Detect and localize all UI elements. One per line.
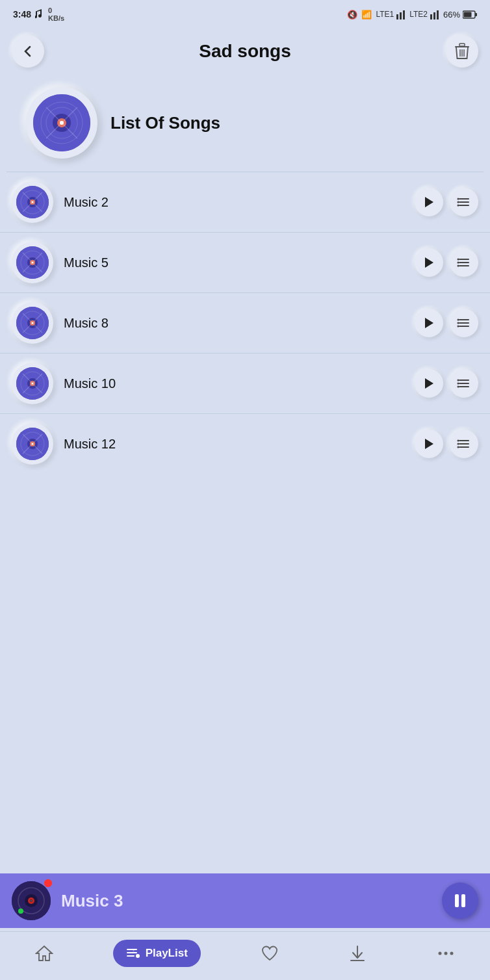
- bottom-nav: ♪ PlayList: [0, 931, 490, 980]
- page-header: Sad songs: [0, 29, 490, 74]
- song-disc-3: [12, 302, 53, 344]
- play-icon-5: [424, 438, 434, 450]
- svg-point-93: [458, 446, 459, 448]
- trash-icon: [454, 43, 470, 60]
- play-button-1[interactable]: [415, 188, 443, 216]
- song-actions-3: [415, 309, 478, 337]
- heart-icon: [261, 944, 279, 962]
- song-item-3: Music 8: [0, 293, 490, 354]
- svg-point-65: [458, 326, 459, 328]
- now-playing-title: Music 3: [61, 891, 432, 911]
- svg-rect-3: [400, 12, 402, 19]
- song-actions-5: [415, 430, 478, 458]
- svg-rect-101: [455, 894, 459, 907]
- vinyl-5: [16, 428, 49, 460]
- svg-point-35: [458, 198, 459, 200]
- menu-button-5[interactable]: [450, 430, 478, 458]
- vinyl-4: [16, 367, 49, 400]
- song-name-1: Music 2: [64, 195, 404, 210]
- svg-marker-45: [425, 257, 433, 268]
- play-button-5[interactable]: [415, 430, 443, 458]
- menu-icon-5: [457, 439, 471, 449]
- svg-text:♪: ♪: [133, 948, 135, 952]
- wifi-icon: 📶: [361, 9, 373, 19]
- song-disc-5: [12, 423, 53, 465]
- vinyl-1: [16, 186, 49, 218]
- menu-button-1[interactable]: [450, 188, 478, 216]
- hero-disc-inner: [33, 94, 90, 151]
- svg-point-64: [458, 322, 459, 324]
- svg-point-106: [136, 954, 140, 958]
- hero-section: List Of Songs: [0, 81, 490, 172]
- nav-playlist-label: PlayList: [146, 947, 188, 960]
- nav-home[interactable]: [25, 940, 64, 966]
- song-item-4: Music 10: [0, 354, 490, 414]
- svg-point-111: [445, 952, 448, 955]
- page-title: Sad songs: [199, 41, 291, 62]
- menu-button-4[interactable]: [450, 369, 478, 398]
- svg-marker-59: [425, 318, 433, 328]
- nav-favorites[interactable]: [250, 940, 289, 966]
- svg-text:🔇: 🔇: [347, 9, 358, 19]
- svg-rect-10: [464, 12, 472, 17]
- play-button-2[interactable]: [415, 248, 443, 277]
- song-disc-4: [12, 363, 53, 404]
- svg-point-99: [31, 900, 32, 901]
- delete-button[interactable]: [446, 35, 478, 68]
- song-actions-1: [415, 188, 478, 216]
- song-name-3: Music 8: [64, 316, 404, 331]
- svg-point-36: [458, 201, 459, 203]
- song-disc-inner-4: [16, 367, 49, 400]
- svg-marker-87: [425, 439, 433, 449]
- more-icon: [437, 944, 455, 962]
- battery-icon: [463, 10, 477, 19]
- menu-icon-2: [457, 257, 471, 268]
- vinyl-3: [16, 307, 49, 339]
- play-button-4[interactable]: [415, 369, 443, 398]
- menu-button-2[interactable]: [450, 248, 478, 277]
- svg-point-77: [458, 380, 459, 381]
- now-playing-vinyl: [12, 881, 51, 920]
- svg-point-110: [439, 952, 442, 955]
- play-icon-3: [424, 317, 434, 329]
- nav-playlist[interactable]: ♪ PlayList: [113, 940, 201, 967]
- svg-rect-6: [433, 12, 435, 19]
- nav-downloads[interactable]: [338, 940, 377, 966]
- home-icon: [35, 944, 53, 962]
- play-button-3[interactable]: [415, 309, 443, 337]
- play-icon-2: [424, 257, 434, 268]
- pause-icon: [452, 893, 468, 909]
- time-display: 3:48: [13, 9, 31, 19]
- now-playing-disc: [12, 881, 51, 920]
- svg-rect-4: [403, 10, 405, 19]
- svg-point-78: [458, 383, 459, 385]
- svg-point-37: [458, 205, 459, 207]
- hero-disc: [26, 87, 97, 159]
- song-disc-inner-3: [16, 307, 49, 339]
- svg-point-91: [458, 440, 459, 442]
- song-name-4: Music 10: [64, 376, 404, 391]
- download-icon: [348, 944, 367, 962]
- play-icon-4: [424, 378, 434, 389]
- svg-rect-9: [475, 13, 477, 16]
- svg-point-49: [458, 259, 459, 261]
- menu-icon-3: [457, 318, 471, 328]
- pause-button[interactable]: [442, 883, 478, 919]
- menu-icon-4: [457, 378, 471, 389]
- play-icon-1: [424, 196, 434, 208]
- menu-button-3[interactable]: [450, 309, 478, 337]
- song-list: Music 2: [0, 172, 490, 474]
- svg-marker-73: [425, 378, 433, 389]
- now-playing-bar: Music 3: [0, 873, 490, 928]
- battery-display: 66%: [443, 10, 460, 19]
- mute-icon: 🔇: [347, 9, 359, 19]
- svg-point-112: [450, 952, 454, 955]
- status-indicators: 🔇 📶 LTE1 LTE2 66%: [347, 9, 477, 19]
- back-button[interactable]: [12, 35, 44, 68]
- svg-rect-5: [430, 14, 432, 19]
- nav-more[interactable]: [426, 940, 465, 966]
- song-disc-inner-2: [16, 246, 49, 279]
- hero-vinyl-svg: [33, 94, 90, 151]
- song-disc-inner-5: [16, 428, 49, 460]
- signal1-icon: [396, 9, 407, 19]
